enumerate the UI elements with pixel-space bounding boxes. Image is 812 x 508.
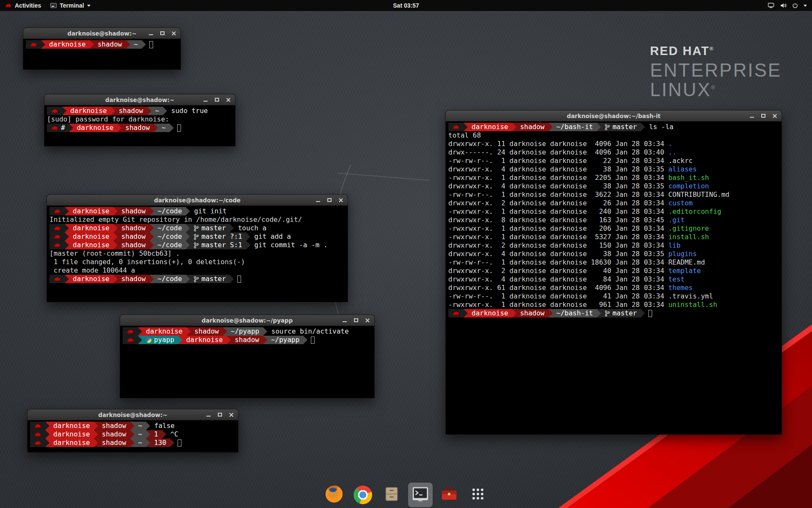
window-titlebar[interactable]: darknoise@shadow:~ <box>27 409 238 420</box>
window-titlebar[interactable]: darknoise@shadow:~ <box>44 94 235 105</box>
prompt-segment-git: master <box>601 309 641 318</box>
close-button[interactable] <box>227 411 236 419</box>
segment-text: master <box>201 275 226 283</box>
maximize-button[interactable] <box>325 196 334 204</box>
prompt-segment-user: darknoise <box>45 40 90 49</box>
segment-text: shadow <box>121 275 146 283</box>
segment-text: ~/pyapp <box>271 336 299 344</box>
segment-text: shadow <box>520 309 545 318</box>
prompt-line: darknoiseshadow~ <box>26 40 179 49</box>
window-titlebar[interactable]: darknoise@shadow:~ <box>23 28 181 39</box>
window-titlebar[interactable]: darknoise@shadow:~/bash-it <box>446 110 782 121</box>
app-menu[interactable]: Terminal <box>46 0 95 11</box>
segment-text: ~/code <box>158 224 182 232</box>
segment-text: darknoise <box>146 327 183 336</box>
powerline-separator-icon <box>111 107 115 115</box>
prompt-segment-user: darknoise <box>73 124 118 132</box>
activities-button[interactable]: Activities <box>0 0 46 11</box>
terminal-icon <box>411 484 430 505</box>
minimize-button[interactable] <box>146 29 156 38</box>
terminal-content[interactable]: darknoiseshadow~ false darknoiseshadow~1… <box>27 420 238 447</box>
file-name: template <box>668 267 701 275</box>
minimize-button[interactable] <box>201 96 210 104</box>
close-button[interactable] <box>336 196 346 204</box>
powerline-separator-icon <box>150 241 154 249</box>
terminal-content[interactable]: darknoiseshadow~ sudo true[sudo] passwor… <box>44 105 235 132</box>
redhat-icon <box>51 126 58 130</box>
prompt-segment-user: darknoise <box>66 107 111 115</box>
powerline-separator-icon <box>227 336 231 344</box>
prompt-segment-exit: 130 <box>150 439 170 447</box>
maximize-button[interactable] <box>759 112 768 120</box>
terminal-content[interactable]: darknoiseshadow~ <box>23 39 181 49</box>
minimize-button[interactable] <box>313 196 323 204</box>
firefox-dock-item[interactable] <box>322 483 346 507</box>
powerline-separator-icon <box>549 309 553 318</box>
segment-text: shadow <box>125 124 150 132</box>
close-button[interactable] <box>770 112 779 120</box>
powerline-separator-icon <box>69 124 73 132</box>
redhat-icon <box>452 125 460 130</box>
minimize-button[interactable] <box>204 411 213 419</box>
prompt-line: darknoiseshadow~/pyapp source bin/activa… <box>123 327 373 336</box>
prompt-segment-host: shadow <box>118 241 150 249</box>
file-name: bash_it.sh <box>668 174 709 182</box>
terminal-window-pyapp: darknoise@shadow:~/pyapp darknoiseshadow… <box>120 315 375 398</box>
maximize-icon <box>215 98 219 102</box>
maximize-button[interactable] <box>215 411 225 419</box>
command-text: touch a <box>234 224 266 232</box>
segment-text: ~/bash-it <box>557 309 593 318</box>
segment-text: darknoise <box>77 124 114 132</box>
terminal-output-line: -rw-rw-r--. 1 darknoise darknoise 22 Jan… <box>448 157 780 165</box>
powerline-separator-icon <box>45 422 49 430</box>
terminal-output-line: [master (root-commit) 50bcb63] . <box>49 249 346 258</box>
software-dock-item[interactable] <box>437 483 461 507</box>
file-name: .editorconfig <box>668 207 721 215</box>
close-button[interactable] <box>169 29 178 38</box>
window-titlebar[interactable]: darknoise@shadow:~/code <box>47 195 348 206</box>
powerline-separator-icon <box>246 232 250 241</box>
maximize-icon <box>327 198 332 202</box>
maximize-button[interactable] <box>212 96 222 104</box>
git-branch-icon <box>605 124 610 130</box>
output-text: -rwxrwxr-x. 1 darknoise darknoise 2205 J… <box>448 174 668 182</box>
prompt-segment-path: ~ <box>151 107 163 115</box>
prompt-segment-hat <box>448 123 464 131</box>
apps-dock-item[interactable] <box>466 483 490 507</box>
redhat-icon <box>452 311 460 316</box>
output-text: -rw-rw-r--. 1 darknoise darknoise 3622 J… <box>448 190 730 199</box>
maximize-button[interactable] <box>158 29 167 38</box>
terminal-dock-item[interactable] <box>408 483 433 507</box>
files-dock-item[interactable] <box>379 483 404 507</box>
close-button[interactable] <box>363 316 372 325</box>
terminal-content[interactable]: darknoiseshadow~/pyapp source bin/activa… <box>120 326 374 344</box>
prompt-segment-git: master <box>601 123 641 131</box>
chrome-dock-item[interactable] <box>351 483 375 507</box>
window-titlebar[interactable]: darknoise@shadow:~/pyapp <box>120 315 374 326</box>
segment-text: master <box>612 123 637 131</box>
close-button[interactable] <box>224 96 233 104</box>
window-controls <box>146 28 178 39</box>
prompt-segment-user: darknoise <box>468 309 512 318</box>
clock[interactable]: Sat 03:57 <box>393 0 419 11</box>
system-status-area[interactable] <box>763 0 812 11</box>
prompt-segment-host: shadow <box>94 40 126 49</box>
maximize-button[interactable] <box>351 316 361 325</box>
file-name: themes <box>668 284 693 292</box>
segment-text: ~/code <box>158 241 182 249</box>
chevron-down-icon <box>87 5 91 7</box>
minimize-button[interactable] <box>340 316 349 325</box>
minimize-button[interactable] <box>747 112 757 120</box>
segment-text: master <box>201 224 226 232</box>
terminal-content[interactable]: darknoiseshadow~/bash-it master ls -lato… <box>446 121 782 318</box>
powerline-separator-icon <box>65 275 69 283</box>
powerline-separator-icon <box>186 275 190 283</box>
terminal-content[interactable]: darknoiseshadow~/code git initInitialize… <box>47 206 348 283</box>
file-name: test <box>668 275 685 283</box>
segment-text: shadow <box>121 224 146 232</box>
prompt-segment-user: darknoise <box>468 123 512 131</box>
prompt-segment-host: shadow <box>98 430 130 439</box>
output-text: -rwxrwxr-x. 1 darknoise darknoise 206 Ja… <box>448 224 668 232</box>
command-text: source bin/activate <box>267 327 349 336</box>
prompt-segment-user: darknoise <box>69 241 113 249</box>
